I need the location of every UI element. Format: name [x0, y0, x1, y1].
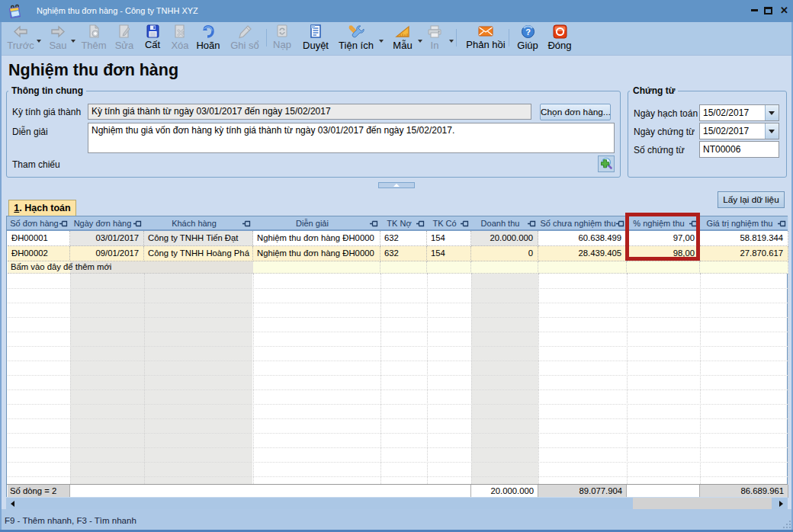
- svg-text:?: ?: [525, 27, 531, 37]
